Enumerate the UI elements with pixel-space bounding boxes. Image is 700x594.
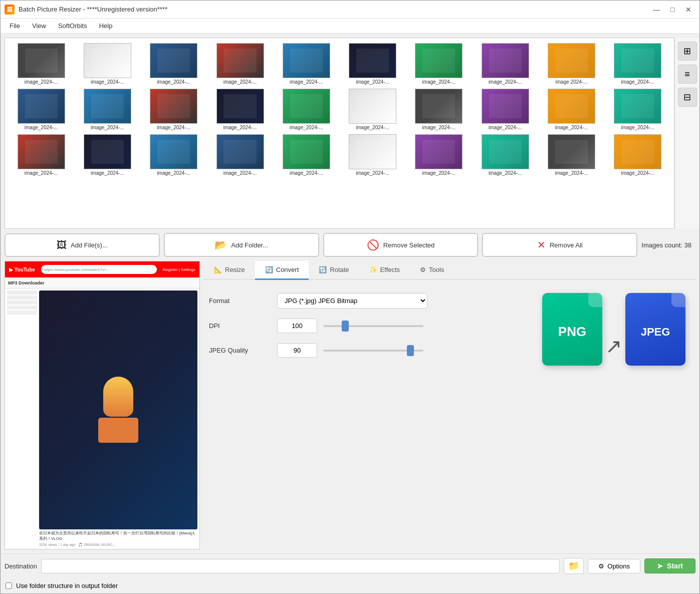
tools-tab-icon: ⚙	[420, 266, 426, 273]
list-item[interactable]: image_2024-...	[75, 42, 139, 86]
list-item[interactable]: image_2024-...	[606, 133, 670, 177]
list-item[interactable]: image_2024-...	[75, 133, 139, 177]
tab-effects[interactable]: ✨ Effects	[359, 261, 410, 280]
list-item[interactable]: image_2024-...	[142, 133, 206, 177]
options-gear-icon: ⚙	[598, 562, 604, 570]
window-title: Batch Picture Resizer - ****Unregistered…	[19, 6, 649, 13]
options-button[interactable]: ⚙ Options	[588, 559, 640, 573]
jpeg-quality-input[interactable]	[277, 343, 317, 358]
image-filename: image_2024-...	[157, 79, 190, 85]
list-item[interactable]: image_2024-...	[341, 88, 405, 131]
list-item[interactable]: image_2024-...	[606, 42, 670, 86]
image-thumbnail	[18, 89, 65, 124]
jpeg-format-label: JPEG	[641, 326, 670, 339]
add-folder-label: Add Folder...	[231, 241, 268, 249]
list-item[interactable]: image_2024-...	[274, 88, 338, 131]
list-item[interactable]: image_2024-...	[208, 133, 272, 177]
image-thumbnail	[84, 89, 131, 124]
list-item[interactable]: image_2024-...	[208, 42, 272, 86]
list-item[interactable]: image_2024-...	[407, 88, 471, 131]
image-filename: image_2024-...	[422, 170, 456, 176]
tab-rotate[interactable]: 🔃 Rotate	[309, 261, 359, 280]
options-label: Options	[607, 562, 630, 570]
format-illustration: PNG ↗ JPEG	[542, 293, 685, 366]
image-thumbnail	[18, 134, 65, 169]
menu-help[interactable]: Help	[94, 20, 118, 32]
remove-all-button[interactable]: ✕ Remove All	[482, 233, 637, 257]
tab-bar: 📐 Resize 🔄 Convert 🔃 Rotate ✨ Effects	[204, 261, 695, 280]
image-filename: image_2024-...	[290, 125, 323, 130]
image-thumbnail	[482, 43, 529, 78]
list-item[interactable]: image_2024-...	[341, 42, 405, 86]
jpeg-quality-slider[interactable]	[323, 350, 423, 352]
image-filename: image_2024-...	[422, 79, 456, 85]
close-button[interactable]: ✕	[681, 4, 695, 16]
list-item[interactable]: image_2024-...	[9, 133, 73, 177]
list-item[interactable]: image_2024-...	[606, 88, 670, 131]
tab-resize[interactable]: 📐 Resize	[204, 261, 255, 280]
convert-content: Format JPG (*.jpg) JPEG Bitmap PNG (*.pn…	[204, 288, 695, 549]
list-item[interactable]: image_2024-...	[407, 42, 471, 86]
list-item[interactable]: image_2024-...	[9, 88, 73, 131]
image-thumbnail	[548, 89, 595, 124]
image-grid-container[interactable]: image_2024-... image_2024-... image_2024…	[5, 38, 674, 229]
list-item[interactable]: image_2024-...	[274, 133, 338, 177]
image-thumbnail	[150, 134, 197, 169]
thumbnail-view-button[interactable]: ⊞	[678, 42, 697, 61]
detail-view-button[interactable]: ⊟	[678, 88, 697, 107]
image-thumbnail	[150, 89, 197, 124]
remove-selected-button[interactable]: 🚫 Remove Selected	[323, 233, 479, 257]
list-item[interactable]: image_2024-...	[473, 133, 537, 177]
format-select[interactable]: JPG (*.jpg) JPEG Bitmap PNG (*.png) BMP …	[277, 293, 427, 309]
list-item[interactable]: image_2024-...	[473, 88, 537, 131]
effects-tab-icon: ✨	[369, 266, 377, 273]
image-filename: image_2024-...	[25, 125, 58, 130]
list-item[interactable]: image_2024-...	[341, 133, 405, 177]
list-item[interactable]: image_2024-...	[9, 42, 73, 86]
menu-file[interactable]: File	[5, 20, 25, 32]
image-thumbnail	[415, 43, 462, 78]
add-folder-icon: 📂	[214, 239, 227, 251]
list-item[interactable]: image_2024-...	[142, 42, 206, 86]
use-folder-checkbox[interactable]	[6, 582, 12, 589]
start-button[interactable]: ➤ Start	[644, 558, 695, 573]
add-folder-button[interactable]: 📂 Add Folder...	[164, 233, 319, 257]
list-item[interactable]: image_2024-...	[274, 42, 338, 86]
destination-label: Destination	[5, 562, 37, 570]
list-item[interactable]: image_2024-...	[208, 88, 272, 131]
list-item[interactable]: image_2024-...	[473, 42, 537, 86]
image-thumbnail	[349, 43, 396, 78]
image-filename: image_2024-...	[356, 79, 389, 85]
image-filename: image_2024-...	[25, 170, 58, 176]
action-buttons-row: 🖼 Add File(s)... 📂 Add Folder... 🚫 Remov…	[1, 229, 699, 261]
destination-browse-button[interactable]: 📁	[564, 558, 584, 574]
dpi-slider[interactable]	[323, 325, 423, 327]
minimize-button[interactable]: —	[649, 4, 663, 16]
convert-arrow-icon: ↗	[605, 335, 622, 358]
list-item[interactable]: image_2024-...	[539, 88, 603, 131]
list-view-button[interactable]: ≡	[678, 65, 697, 84]
dpi-slider-row	[277, 319, 423, 333]
maximize-button[interactable]: □	[665, 4, 679, 16]
tab-tools[interactable]: ⚙ Tools	[410, 261, 454, 280]
list-item[interactable]: image_2024-...	[75, 88, 139, 131]
list-item[interactable]: image 2024-...	[539, 42, 603, 86]
png-format-label: PNG	[558, 324, 586, 340]
use-folder-label[interactable]: Use folder structure in output folder	[16, 582, 118, 589]
image-filename: image_2024-...	[157, 170, 190, 176]
menu-view[interactable]: View	[27, 20, 51, 32]
use-folder-row: Use folder structure in output folder	[1, 578, 699, 593]
tab-convert[interactable]: 🔄 Convert	[255, 261, 309, 280]
list-item[interactable]: image_2024-...	[539, 133, 603, 177]
list-item[interactable]: image_2024-...	[407, 133, 471, 177]
menu-softorbits[interactable]: SoftOrbits	[53, 20, 92, 32]
resize-tab-icon: 📐	[214, 266, 222, 273]
image-thumbnail	[614, 134, 661, 169]
image-thumbnail	[482, 134, 529, 169]
dpi-input[interactable]	[277, 319, 317, 333]
image-filename: image_2024-...	[489, 125, 522, 130]
destination-input[interactable]	[41, 559, 560, 573]
add-files-button[interactable]: 🖼 Add File(s)...	[5, 233, 160, 257]
list-item[interactable]: image_2024-...	[142, 88, 206, 131]
image-thumbnail	[614, 43, 661, 78]
